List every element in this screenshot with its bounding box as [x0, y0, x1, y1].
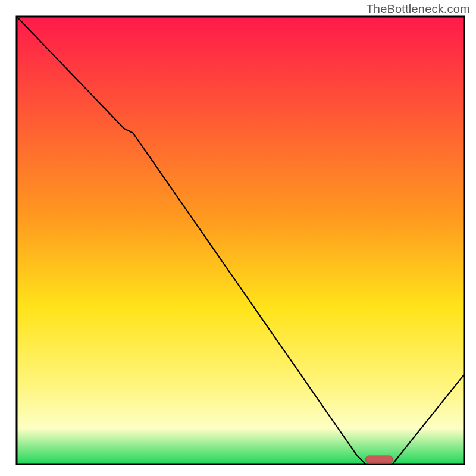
plot-background: [17, 17, 464, 464]
optimal-range-marker: [366, 456, 393, 463]
chart-container: TheBottleneck.com: [0, 0, 476, 476]
bottleneck-chart: [0, 0, 476, 476]
watermark-text: TheBottleneck.com: [366, 2, 470, 16]
